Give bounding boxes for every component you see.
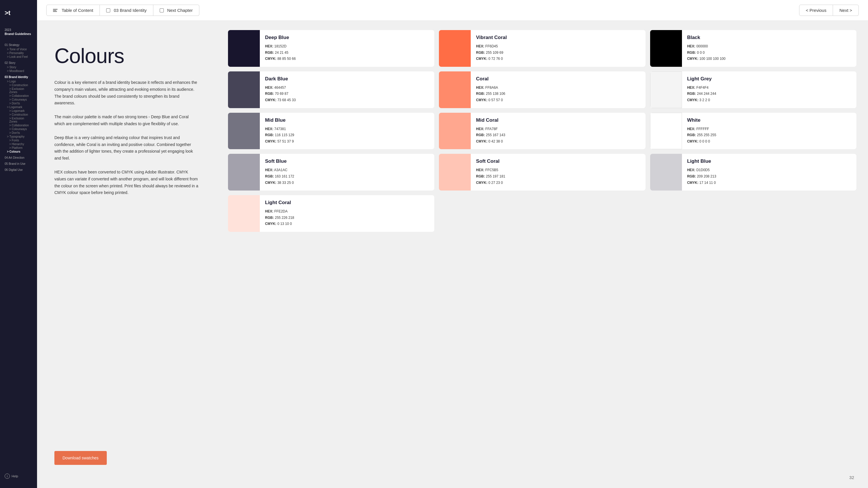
color-details: HEX: D1D0D5RGB: 209 208 213CMYK: 17 14 1… xyxy=(687,167,851,186)
color-grid: Deep BlueHEX: 18152DRGB: 24 21 45CMYK: 8… xyxy=(228,30,857,232)
sidebar-item-typography[interactable]: > Typography xyxy=(5,135,32,138)
palette-paragraph: The main colour palette is made of two s… xyxy=(54,113,199,128)
color-swatch xyxy=(650,113,682,150)
sidebar-item-strategy[interactable]: 01 Strategy xyxy=(5,43,32,47)
hex-paragraph: HEX colours have been converted to CMYK … xyxy=(54,169,199,196)
sidebar-item-story[interactable]: 02 Story xyxy=(5,61,32,65)
sidebar-item-collaboration-1[interactable]: > Collaboration xyxy=(5,94,32,98)
next-chapter-button[interactable]: Next Chapter xyxy=(153,5,199,16)
color-card: Light GreyHEX: F4F4F4RGB: 244 244 244CMY… xyxy=(650,71,857,108)
brand-identity-label: 03 Brand Identity xyxy=(114,8,146,13)
sidebar-item-logomark[interactable]: > Logomark xyxy=(5,105,32,109)
sidebar-item-construction-2[interactable]: > Construction xyxy=(5,113,32,117)
color-swatch xyxy=(439,71,471,108)
color-card: Mid CoralHEX: FFA78FRGB: 255 167 143CMYK… xyxy=(439,113,645,150)
sidebar-item-exclusion-zones-1[interactable]: > Exclusion Zones xyxy=(5,87,32,94)
color-info: Soft BlueHEX: A3A1ACRGB: 163 161 172CMYK… xyxy=(260,154,434,191)
color-name: Light Coral xyxy=(265,200,429,205)
color-card: Soft BlueHEX: A3A1ACRGB: 163 161 172CMYK… xyxy=(228,154,434,191)
color-name: Soft Coral xyxy=(476,158,640,164)
color-card: Light BlueHEX: D1D0D5RGB: 209 208 213CMY… xyxy=(650,154,857,191)
help-icon: i xyxy=(5,474,10,479)
next-chapter-label: Next Chapter xyxy=(167,8,193,13)
color-card: WhiteHEX: FFFFFFRGB: 255 255 255CMYK: 0 … xyxy=(650,113,857,150)
color-name: White xyxy=(687,118,851,123)
left-panel: Colours Colour is a key element of a bra… xyxy=(37,21,216,488)
color-swatch xyxy=(650,154,682,191)
previous-button[interactable]: < Previous xyxy=(799,5,833,16)
brand-identity-button[interactable]: 03 Brand Identity xyxy=(100,5,153,16)
sidebar-item-brand-in-use[interactable]: 05 Brand in Use xyxy=(5,162,32,166)
color-swatch xyxy=(228,154,260,191)
sidebar-item-colourways-1[interactable]: > Colourways xyxy=(5,98,32,101)
next-button[interactable]: Next > xyxy=(833,5,859,16)
color-info: Deep BlueHEX: 18152DRGB: 24 21 45CMYK: 8… xyxy=(260,30,434,67)
sidebar-item-hierarchy[interactable]: > Hierarchy xyxy=(5,142,32,146)
color-info: Light CoralHEX: FFE2DARGB: 255 226 218CM… xyxy=(260,195,434,232)
color-details: HEX: FF8A6ARGB: 255 138 106CMYK: 0 57 57… xyxy=(476,85,640,103)
color-name: Black xyxy=(687,35,851,40)
color-details: HEX: A3A1ACRGB: 163 161 172CMYK: 38 33 2… xyxy=(265,167,429,186)
table-icon xyxy=(53,9,58,12)
color-details: HEX: FFFFFFRGB: 255 255 255CMYK: 0 0 0 0 xyxy=(687,126,851,145)
sidebar: >t 2023 Brand Guidelines 01 Strategy > T… xyxy=(0,0,37,488)
sidebar-nav: 01 Strategy > Tone of Voice > Personalit… xyxy=(5,41,32,172)
sidebar-item-fonts[interactable]: > Fonts xyxy=(5,138,32,142)
deep-blue-paragraph: Deep Blue is a very calming and relaxing… xyxy=(54,134,199,162)
year-label: 2023 xyxy=(5,28,32,32)
sidebar-item-digital-use[interactable]: 06 Digital Use xyxy=(5,168,32,172)
color-card: Vibrant CoralHEX: FF6D45RGB: 255 109 69C… xyxy=(439,30,645,67)
table-of-content-button[interactable]: Table of Content xyxy=(46,5,100,16)
color-details: HEX: FFA78FRGB: 255 167 143CMYK: 0 42 38… xyxy=(476,126,640,145)
color-info: BlackHEX: 000000RGB: 0 0 0CMYK: 100 100 … xyxy=(682,30,857,67)
color-card: Soft CoralHEX: FFC5B5RGB: 255 197 181CMY… xyxy=(439,154,645,191)
sidebar-item-colourways-2[interactable]: > Colourways xyxy=(5,127,32,131)
sidebar-item-exclusion-zones-2[interactable]: > Exclusion Zones xyxy=(5,117,32,124)
color-info: Mid BlueHEX: 747381RGB: 116 115 129CMYK:… xyxy=(260,113,434,150)
color-card: Light CoralHEX: FFE2DARGB: 255 226 218CM… xyxy=(228,195,434,232)
color-name: Soft Blue xyxy=(265,158,429,164)
sidebar-item-logo[interactable]: > Logo xyxy=(5,79,32,83)
color-details: HEX: 464457RGB: 70 69 87CMYK: 73 68 45 3… xyxy=(265,85,429,103)
color-info: Vibrant CoralHEX: FF6D45RGB: 255 109 69C… xyxy=(471,30,645,67)
color-details: HEX: 747381RGB: 116 115 129CMYK: 57 51 3… xyxy=(265,126,429,145)
sidebar-item-look-and-feel[interactable]: > Look and Feel xyxy=(5,55,32,59)
color-swatch xyxy=(439,154,471,191)
sidebar-item-tone-of-voice[interactable]: > Tone of Voice xyxy=(5,47,32,51)
color-swatch xyxy=(439,113,471,150)
main-area: Table of Content 03 Brand Identity Next … xyxy=(37,0,868,488)
color-swatch xyxy=(228,195,260,232)
sidebar-item-donts-1[interactable]: > Don'ts xyxy=(5,101,32,105)
color-details: HEX: F4F4F4RGB: 244 244 244CMYK: 3 2 2 0 xyxy=(687,85,851,103)
help-label: Help xyxy=(11,475,18,478)
sidebar-item-colours[interactable]: > Colours xyxy=(5,150,32,154)
color-info: Light GreyHEX: F4F4F4RGB: 244 244 244CMY… xyxy=(682,71,857,108)
sidebar-item-story-sub[interactable]: > Story xyxy=(5,65,32,69)
color-details: HEX: FFC5B5RGB: 255 197 181CMYK: 0 27 23… xyxy=(476,167,640,186)
brand-guidelines-label: Brand Guidelines xyxy=(5,32,32,36)
color-swatch xyxy=(228,71,260,108)
brand-identity-icon xyxy=(106,8,110,12)
color-info: CoralHEX: FF8A6ARGB: 255 138 106CMYK: 0 … xyxy=(471,71,645,108)
color-info: Light BlueHEX: D1D0D5RGB: 209 208 213CMY… xyxy=(682,154,857,191)
sidebar-item-personality[interactable]: > Personality xyxy=(5,51,32,55)
color-name: Deep Blue xyxy=(265,35,429,40)
sidebar-item-donts-2[interactable]: > Don'ts xyxy=(5,131,32,135)
content-area: Colours Colour is a key element of a bra… xyxy=(37,21,868,488)
color-details: HEX: 000000RGB: 0 0 0CMYK: 100 100 100 1… xyxy=(687,43,851,62)
color-info: WhiteHEX: FFFFFFRGB: 255 255 255CMYK: 0 … xyxy=(682,113,857,150)
sidebar-item-construction-1[interactable]: > Construction xyxy=(5,83,32,87)
color-card: Deep BlueHEX: 18152DRGB: 24 21 45CMYK: 8… xyxy=(228,30,434,67)
sidebar-item-logomark-sub[interactable]: > Logomark xyxy=(5,109,32,113)
color-details: HEX: FFE2DARGB: 255 226 218CMYK: 0 13 10… xyxy=(265,208,429,227)
sidebar-item-platform[interactable]: > Platform xyxy=(5,146,32,150)
color-swatch xyxy=(228,113,260,150)
sidebar-item-art-direction[interactable]: 04 Art Direction xyxy=(5,156,32,160)
sidebar-item-collaboration-2[interactable]: > Collaboration xyxy=(5,124,32,127)
color-name: Light Blue xyxy=(687,158,851,164)
color-name: Light Grey xyxy=(687,76,851,82)
download-swatches-button[interactable]: Download swatches xyxy=(54,451,107,465)
help-button[interactable]: i Help xyxy=(5,474,18,479)
sidebar-item-moodboard[interactable]: > Moodboard xyxy=(5,69,32,73)
sidebar-item-brand-identity[interactable]: 03 Brand Identity xyxy=(5,75,32,79)
